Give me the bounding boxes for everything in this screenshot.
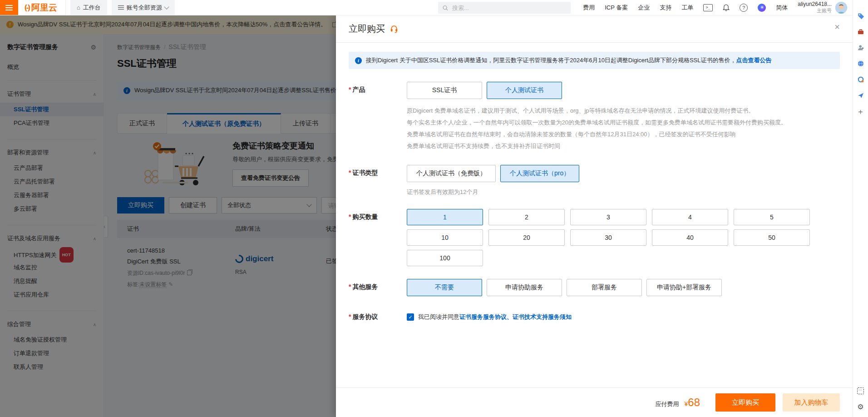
service-option-deploy[interactable]: 部署服务 (567, 279, 642, 296)
topbar: (-) 阿里云 ⌂ 工作台 账号全部资源 费用 ICP 备案 企业 支持 工单 … (0, 0, 868, 15)
search-icon (443, 5, 448, 11)
cert-type-option-pro[interactable]: 个人测试证书（pro） (500, 165, 579, 182)
product-option-personal-test[interactable]: 个人测试证书 (487, 82, 562, 99)
cloudshell-icon[interactable]: >_ (703, 4, 713, 11)
drawer-title: 立即购买 (349, 23, 385, 35)
info-icon: i (355, 57, 362, 64)
agreement-row: *服务协议 ✓ 我已阅读并同意证书服务服务协议、证书技术支持服务须知 (349, 309, 840, 321)
desc-line-3: 免费单域名试用证书在自然年结束时，会自动清除未签发的数量（每个自然年12月31日… (407, 129, 840, 140)
price-adjustment-text: 接到Digicert 关于中国区SSL证书价格调整通知，阿里云数字证书管理服务将… (366, 56, 772, 65)
help-icon[interactable]: ? (740, 4, 748, 12)
desc-line-4: 免费单域名试用证书不支持续费，也不支持补齐旧证书时间 (407, 140, 840, 152)
globe-icon[interactable] (857, 60, 865, 68)
payable-label: 应付费用 (656, 400, 679, 408)
cert-type-label: *证书类型 (349, 165, 407, 196)
agreement-links[interactable]: 证书服务服务协议、证书技术支持服务须知 (459, 313, 572, 320)
tongyi-assistant-icon[interactable]: ✳ (758, 4, 766, 12)
other-services-row: *其他服务 不需要 申请协助服务 部署服务 申请协助+部署服务 (349, 279, 840, 296)
cert-type-note: 证书签发后有效期为12个月 (407, 188, 840, 196)
plus-icon[interactable]: ＋ (857, 107, 865, 115)
drawer-footer: 应付费用 ¥68 立即购买 加入购物车 (336, 387, 853, 417)
menu-tickets[interactable]: 工单 (681, 4, 693, 12)
required-asterisk: * (349, 283, 351, 290)
account-menu[interactable]: aliyun26418... 主账号 (798, 1, 847, 14)
search-input[interactable] (451, 4, 566, 12)
quantity-option-50[interactable]: 50 (734, 229, 810, 246)
aliyun-logo-text: 阿里云 (31, 2, 57, 14)
quantity-controls: 1 2 3 4 5 10 20 30 40 50 100 (407, 209, 840, 266)
storage-icon[interactable] (857, 75, 865, 84)
headset-support-icon[interactable] (390, 24, 399, 33)
topbar-right: 费用 ICP 备案 企业 支持 工单 >_ ? ✳ 简体 aliyun26418… (583, 0, 847, 15)
workbench-button[interactable]: ⌂ 工作台 (70, 0, 107, 15)
quantity-option-40[interactable]: 40 (652, 229, 728, 246)
cert-type-option-free[interactable]: 个人测试证书（免费版） (407, 165, 496, 182)
drawer-buy-now-button[interactable]: 立即购买 (715, 393, 775, 412)
menu-support[interactable]: 支持 (660, 4, 671, 12)
desc-line-1: 原Digicert 免费单域名证书，建议用于测试、个人试用等场景，org、jp等… (407, 105, 840, 117)
menu-billing[interactable]: 费用 (583, 4, 595, 12)
aliyun-logo[interactable]: (-) 阿里云 (25, 2, 57, 14)
required-asterisk: * (349, 169, 351, 176)
other-services-controls: 不需要 申请协助服务 部署服务 申请协助+部署服务 (407, 279, 840, 296)
price-tag-icon[interactable] (857, 12, 865, 20)
required-asterisk: * (349, 313, 351, 320)
divider (65, 0, 66, 15)
agreement-controls: ✓ 我已阅读并同意证书服务服务协议、证书技术支持服务须知 (407, 309, 840, 321)
notifications-bell-icon[interactable] (723, 4, 730, 11)
required-asterisk: * (349, 213, 351, 220)
product-controls: SSL证书 个人测试证书 原Digicert 免费单域名证书，建议用于测试、个人… (407, 82, 840, 152)
price-adjustment-notice: i 接到Digicert 关于中国区SSL证书价格调整通知，阿里云数字证书管理服… (349, 52, 840, 69)
cert-type-controls: 个人测试证书（免费版） 个人测试证书（pro） 证书签发后有效期为12个月 (407, 165, 840, 196)
quantity-option-30[interactable]: 30 (570, 229, 646, 246)
price-amount: 68 (688, 396, 700, 408)
quantity-label: *购买数量 (349, 209, 407, 266)
menu-enterprise[interactable]: 企业 (638, 4, 650, 12)
screenshot-feedback-icon[interactable] (857, 387, 865, 395)
right-toolbar-rail: ＋ ⚙ (853, 0, 868, 417)
add-user-icon[interactable] (857, 44, 865, 52)
toolbox-icon[interactable] (857, 28, 865, 36)
product-label: *产品 (349, 82, 407, 152)
quantity-option-2[interactable]: 2 (488, 209, 565, 225)
account-name: aliyun26418... (798, 1, 832, 8)
required-asterisk: * (349, 86, 351, 93)
account-resources-dropdown[interactable]: 账号全部资源 (112, 0, 175, 15)
account-text: aliyun26418... 主账号 (798, 1, 832, 14)
close-icon[interactable]: × (834, 22, 840, 31)
settings-gear-icon[interactable]: ⚙ (857, 402, 865, 411)
view-announcement-link[interactable]: 点击查看公告 (736, 57, 772, 64)
workbench-label: 工作台 (83, 4, 101, 12)
service-option-none[interactable]: 不需要 (407, 279, 482, 296)
add-to-cart-button[interactable]: 加入购物车 (783, 393, 840, 412)
buy-drawer: 立即购买 × i 接到Digicert 关于中国区SSL证书价格调整通知，阿里云… (336, 15, 853, 417)
quantity-option-1[interactable]: 1 (407, 209, 483, 225)
drawer-body: i 接到Digicert 关于中国区SSL证书价格调整通知，阿里云数字证书管理服… (336, 43, 853, 387)
home-icon: ⌂ (77, 5, 80, 10)
account-resources-label: 账号全部资源 (127, 4, 162, 12)
product-option-ssl[interactable]: SSL证书 (407, 82, 482, 99)
service-option-assist[interactable]: 申请协助服务 (487, 279, 562, 296)
menu-icp[interactable]: ICP 备案 (605, 4, 628, 12)
quantity-option-10[interactable]: 10 (407, 229, 483, 246)
agreement-checkbox[interactable]: ✓ (407, 313, 414, 321)
aliyun-logo-mark-icon: (-) (25, 3, 30, 12)
service-option-assist-deploy[interactable]: 申请协助+部署服务 (646, 279, 722, 296)
account-role: 主账号 (798, 8, 832, 14)
send-icon[interactable] (857, 91, 865, 99)
quantity-option-3[interactable]: 3 (570, 209, 646, 225)
desc-line-2: 每个实名主体个人/企业，一个自然年内可以领取一次数量为20的免费单域名试用证书额… (407, 117, 840, 129)
quantity-option-5[interactable]: 5 (734, 209, 810, 225)
price: ¥68 (685, 396, 700, 409)
quantity-option-20[interactable]: 20 (488, 229, 565, 246)
drawer-header: 立即购买 × (336, 15, 853, 43)
quantity-option-4[interactable]: 4 (652, 209, 728, 225)
list-icon (118, 5, 124, 10)
avatar[interactable] (835, 2, 847, 14)
hamburger-menu-icon[interactable] (0, 0, 18, 15)
chevron-down-icon (164, 4, 169, 9)
language-switch[interactable]: 简体 (776, 4, 788, 12)
global-search[interactable] (438, 2, 571, 14)
quantity-option-100[interactable]: 100 (407, 250, 483, 266)
cert-type-row: *证书类型 个人测试证书（免费版） 个人测试证书（pro） 证书签发后有效期为1… (349, 165, 840, 196)
